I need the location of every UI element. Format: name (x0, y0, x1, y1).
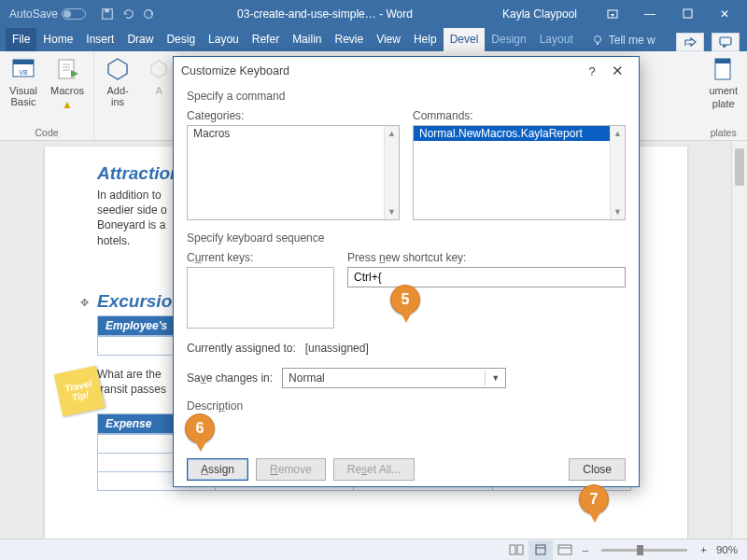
assign-button[interactable]: AAssignssign (187, 458, 248, 481)
current-keys-listbox[interactable] (187, 267, 334, 329)
web-layout-button[interactable] (553, 540, 577, 560)
visual-basic-label: Visual Basic (9, 85, 37, 107)
tab-view[interactable]: View (370, 28, 407, 51)
chevron-up-icon[interactable]: ▲ (611, 126, 625, 141)
close-button[interactable]: Close (569, 458, 626, 481)
tab-home[interactable]: Home (36, 28, 79, 51)
zoom-slider[interactable] (601, 549, 687, 552)
customize-keyboard-dialog: Customize Keyboard ? ✕ Specify a command… (173, 56, 640, 487)
share-button[interactable] (676, 33, 704, 51)
document-template-button[interactable]: ument plate (709, 55, 738, 109)
chevron-up-icon[interactable]: ▲ (385, 126, 399, 141)
vertical-scrollbar[interactable] (731, 141, 747, 539)
tab-review[interactable]: Revie (328, 28, 370, 51)
svg-rect-18 (517, 545, 523, 554)
macros-label: Macros (50, 85, 84, 96)
hexagon-icon (145, 55, 173, 83)
undo-icon[interactable] (121, 7, 134, 21)
svg-marker-13 (108, 59, 127, 79)
tab-references[interactable]: Refer (246, 28, 286, 51)
print-layout-button[interactable] (529, 540, 553, 560)
lightbulb-icon (592, 35, 604, 47)
macros-button[interactable]: Macros ▲ (50, 55, 84, 111)
ribbon-tab-strip: File Home Insert Draw Desig Layou Refer … (0, 27, 747, 51)
commands-listbox[interactable]: Normal.NewMacros.KaylaReport ▲▼ (413, 125, 626, 220)
dialog-close-button[interactable]: ✕ (603, 63, 631, 79)
warning-icon: ▲ (62, 98, 73, 111)
tab-table-design[interactable]: Design (485, 28, 532, 51)
tab-mailings[interactable]: Mailin (286, 28, 328, 51)
list-item[interactable]: Macros (188, 126, 399, 141)
doc-template-label-1: ument (709, 85, 738, 96)
visual-basic-button[interactable]: VB Visual Basic (9, 55, 37, 107)
tab-file[interactable]: File (6, 28, 36, 51)
current-keys-label: Current keys: (187, 251, 334, 264)
save-icon[interactable] (101, 7, 114, 21)
redo-icon[interactable] (142, 7, 155, 21)
ribbon-group-templates: ument plate plates (699, 51, 747, 140)
svg-rect-21 (558, 545, 571, 554)
press-new-label: Press new shortcut key: (347, 251, 626, 264)
minimize-button[interactable]: — (631, 0, 669, 27)
tell-me-search[interactable]: Tell me w (585, 29, 662, 51)
quick-access-toolbar (92, 7, 164, 21)
group-label-code: Code (35, 125, 58, 138)
document-template-icon (710, 55, 738, 83)
save-changes-value: Normal (289, 371, 325, 385)
ribbon-display-options-icon[interactable] (594, 0, 631, 27)
assigned-value: [unassigned] (305, 342, 369, 355)
addins-icon (104, 55, 132, 83)
svg-marker-14 (151, 61, 166, 77)
scrollbar-thumb[interactable] (735, 148, 744, 186)
chevron-down-icon[interactable]: ▼ (385, 204, 399, 219)
tab-design[interactable]: Desig (160, 28, 202, 51)
travel-tip-sticky: Travel Tip! (54, 366, 106, 417)
tell-me-label: Tell me w (609, 34, 655, 47)
zoom-out-button[interactable]: – (577, 544, 594, 555)
svg-rect-9 (13, 60, 34, 64)
tab-draw[interactable]: Draw (120, 28, 160, 51)
account-name[interactable]: Kayla Claypool (486, 7, 594, 21)
dialog-titlebar: Customize Keyboard ? ✕ (174, 57, 639, 85)
addins-button[interactable]: Add- ins (104, 55, 132, 107)
zoom-level[interactable]: 90% (712, 544, 747, 555)
commands-label: Commands: (413, 109, 626, 122)
list-item[interactable]: Normal.NewMacros.KaylaReport (414, 126, 625, 141)
maximize-button[interactable] (669, 0, 706, 27)
travel-tip-label: Travel Tip! (63, 378, 94, 404)
autosave-label: AutoSave (9, 7, 58, 21)
read-mode-button[interactable] (504, 540, 529, 560)
save-changes-combobox[interactable]: Normal ▼ (282, 368, 506, 388)
tab-layout[interactable]: Layou (202, 28, 246, 51)
word-addins-label: A (155, 85, 162, 96)
zoom-in-button[interactable]: + (695, 544, 712, 555)
tab-table-layout[interactable]: Layout (533, 28, 580, 51)
ribbon-group-addins: Add- ins A (94, 51, 183, 140)
tab-help[interactable]: Help (407, 28, 444, 51)
reset-all-button[interactable]: Reset All... (333, 458, 415, 481)
callout-pin-7: 7 (579, 484, 611, 524)
svg-text:VB: VB (19, 69, 28, 76)
new-shortcut-input[interactable] (347, 267, 626, 287)
comments-button[interactable] (712, 33, 740, 51)
addins-label: Add- ins (106, 85, 128, 107)
close-button[interactable]: ✕ (706, 0, 743, 27)
remove-button: Remove (256, 458, 326, 481)
categories-listbox[interactable]: Macros ▲▼ (187, 125, 400, 220)
svg-point-5 (594, 35, 600, 42)
autosave-toggle[interactable]: AutoSave (4, 7, 92, 21)
callout-pin-6: 6 (185, 413, 217, 453)
chevron-down-icon[interactable]: ▼ (611, 204, 625, 219)
tab-insert[interactable]: Insert (79, 28, 120, 51)
document-title: 03-create-and-use-simple… - Word (164, 7, 486, 21)
chevron-down-icon: ▼ (485, 371, 500, 385)
status-bar: – + 90% (0, 539, 747, 560)
dialog-help-button[interactable]: ? (581, 64, 603, 78)
word-addins-button[interactable]: A (145, 55, 173, 96)
description-label: Description (187, 399, 626, 413)
svg-rect-19 (536, 545, 545, 554)
save-changes-label: Save changes in: (187, 371, 273, 385)
table-anchor-icon[interactable]: ✥ (80, 297, 89, 309)
tab-developer[interactable]: Devel (444, 28, 486, 51)
svg-rect-16 (715, 59, 730, 63)
